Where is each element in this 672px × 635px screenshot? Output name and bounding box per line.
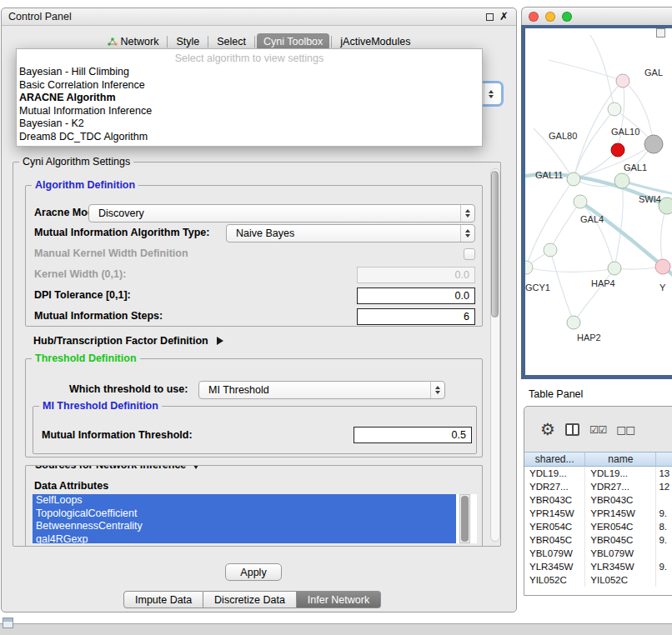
bottom-tab-impute-data[interactable]: Impute Data <box>123 591 203 608</box>
which-threshold-select[interactable]: MI Threshold <box>198 381 445 399</box>
network-scroll-box[interactable] <box>656 28 665 38</box>
table-cell: 9. <box>656 560 672 573</box>
table-column-header[interactable] <box>656 452 672 466</box>
tab-label: Cyni Toolbox <box>263 36 323 48</box>
settings-scrollbar[interactable] <box>490 168 500 542</box>
algorithm-option[interactable]: Bayesian - K2 <box>17 118 482 131</box>
algorithm-option[interactable]: Basic Correlation Inference <box>17 79 482 92</box>
network-edge[interactable] <box>661 206 667 267</box>
network-canvas[interactable]: GALGAL80GAL10GAL11GAL1SWI4GAL4GCY1HAP4HA… <box>521 25 672 379</box>
collapsed-panel-icon[interactable] <box>3 618 13 628</box>
tab-network[interactable]: Network <box>101 33 166 50</box>
table-cell: YIL052C <box>585 573 656 587</box>
sources-title[interactable]: Sources for Network Inference <box>32 465 203 471</box>
table-cell: YDR27... <box>524 480 585 493</box>
table-cell: YER054C <box>585 520 656 533</box>
network-edge[interactable] <box>549 60 623 81</box>
table-row[interactable]: YLR345WYLR345W9. <box>524 560 672 573</box>
close-icon[interactable]: ✗ <box>499 10 509 22</box>
network-node-label: GAL11 <box>535 170 563 180</box>
table-column-header[interactable]: name <box>585 452 656 466</box>
network-node-label: HAP2 <box>577 332 601 342</box>
network-edge[interactable] <box>550 202 580 250</box>
network-node[interactable] <box>608 262 621 275</box>
bottom-tab-discretize-data[interactable]: Discretize Data <box>203 591 297 608</box>
aracne-mode-select[interactable]: Discovery <box>88 204 475 222</box>
network-node[interactable] <box>655 259 670 274</box>
hub-section-expander[interactable]: Hub/Transcription Factor Definition <box>33 335 223 347</box>
table-cell: YDR27... <box>585 480 656 493</box>
data-attributes-items: SelfLoopsTopologicalCoefficientBetweenne… <box>33 494 477 543</box>
table-cell: YPR145W <box>524 507 585 520</box>
table-row[interactable]: YPR145WYPR145W9. <box>524 507 672 520</box>
network-edge[interactable] <box>574 150 618 179</box>
network-node-label: GCY1 <box>525 282 550 292</box>
bottom-tab-infer-network[interactable]: Infer Network <box>297 591 381 608</box>
attribute-item[interactable]: gal4RGexp <box>33 533 456 544</box>
tab-select[interactable]: Select <box>210 33 253 50</box>
network-node[interactable] <box>567 172 580 186</box>
float-window-icon[interactable] <box>486 13 494 21</box>
attributes-scrollbar[interactable] <box>459 494 470 543</box>
which-threshold-label: Which threshold to use: <box>69 383 188 395</box>
deselect-checkboxes-icon[interactable]: □□ <box>616 423 634 436</box>
mi-threshold-group-title: MI Threshold Definition <box>39 400 162 412</box>
tab-cyni-toolbox[interactable]: Cyni Toolbox <box>257 33 329 50</box>
network-node[interactable] <box>608 102 621 116</box>
attribute-item[interactable]: BetweennessCentrality <box>33 520 456 533</box>
algorithm-option[interactable]: Mutual Information Inference <box>17 105 482 118</box>
table-row[interactable]: YDL19...YDL19...13 <box>524 467 672 480</box>
select-all-checkboxes-icon[interactable]: ☑☑ <box>589 423 606 436</box>
table-cell: YDL19... <box>585 467 656 480</box>
table-panel-window: ⚙ ☑☑ □□ shared...name YDL19...YDL19...13… <box>524 406 672 596</box>
table-cell <box>656 493 672 507</box>
table-row[interactable]: YBR043CYBR043C <box>524 493 672 507</box>
network-node[interactable] <box>567 316 580 329</box>
combo-stepper-icon <box>484 83 498 104</box>
network-node[interactable] <box>614 173 629 188</box>
data-attributes-list[interactable]: SelfLoopsTopologicalCoefficientBetweenne… <box>33 494 477 543</box>
network-edge[interactable] <box>550 250 574 322</box>
network-node-label: GAL10 <box>611 127 639 137</box>
kernel-width-field: 0.0 <box>357 267 475 283</box>
network-node[interactable] <box>611 143 624 157</box>
network-node[interactable] <box>644 135 663 153</box>
table-cell: YLR345W <box>585 560 656 573</box>
table-row[interactable]: YBL079WYBL079W <box>524 547 672 560</box>
table-row[interactable]: YBR045CYBR045C9. <box>524 533 672 547</box>
dpi-tolerance-field[interactable]: 0.0 <box>357 288 475 304</box>
mi-steps-field[interactable]: 6 <box>357 308 475 325</box>
table-cell: 9. <box>656 507 672 520</box>
tab-style[interactable]: Style <box>169 33 206 50</box>
close-traffic-light-icon[interactable] <box>529 12 539 22</box>
network-node[interactable] <box>616 74 629 88</box>
tab-jactivemodules[interactable]: jActiveModules <box>333 33 417 50</box>
network-node[interactable] <box>574 195 587 208</box>
algorithm-option[interactable]: Dream8 DC_TDC Algorithm <box>17 131 482 144</box>
table-row[interactable]: YER054CYER054C8. <box>524 520 672 533</box>
network-edge[interactable] <box>614 181 623 268</box>
network-edge[interactable] <box>526 268 614 272</box>
table-row[interactable]: YIL052CYIL052C <box>524 573 672 587</box>
attribute-item[interactable]: TopologicalCoefficient <box>33 508 456 521</box>
columns-icon[interactable] <box>565 423 579 436</box>
dpi-tolerance-label: DPI Tolerance [0,1]: <box>34 289 131 301</box>
table-row[interactable]: YDR27...YDR27...12 <box>524 480 672 493</box>
network-node[interactable] <box>544 243 557 257</box>
table-column-header[interactable]: shared... <box>524 452 585 466</box>
attributes-scrollbar-thumb[interactable] <box>461 496 469 542</box>
apply-button[interactable]: Apply <box>225 563 282 581</box>
expander-collapsed-icon <box>217 337 223 345</box>
minimize-traffic-light-icon[interactable] <box>545 12 555 22</box>
mi-type-select[interactable]: Naive Bayes <box>226 224 475 242</box>
algorithm-option[interactable]: ARACNE Algorithm <box>17 92 482 105</box>
mi-threshold-field[interactable]: 0.5 <box>354 427 472 443</box>
attribute-item[interactable]: SelfLoops <box>33 494 456 508</box>
settings-scrollbar-thumb[interactable] <box>491 171 499 318</box>
network-edge[interactable] <box>574 268 614 322</box>
zoom-traffic-light-icon[interactable] <box>562 12 572 22</box>
network-graph: GALGAL80GAL10GAL11GAL1SWI4GAL4GCY1HAP4HA… <box>525 28 672 375</box>
algorithm-option[interactable]: Bayesian - Hill Climbing <box>17 66 482 79</box>
gear-icon[interactable]: ⚙ <box>540 421 555 438</box>
mi-type-value: Naive Bayes <box>227 228 460 239</box>
